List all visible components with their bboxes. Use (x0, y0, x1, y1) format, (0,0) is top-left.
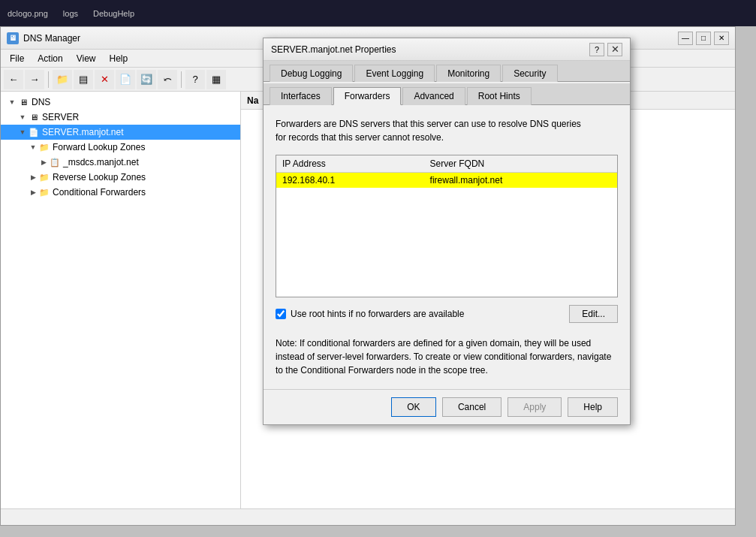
tab-security[interactable]: Security (502, 65, 557, 82)
server-expand[interactable]: ▼ (17, 112, 28, 122)
msdcs-expand[interactable]: ▶ (38, 157, 49, 167)
top-bar-logs: logs (63, 9, 78, 18)
forwarder-table-container: IP Address Server FQDN 192.168.40.1 fire… (276, 155, 618, 297)
tab-row-1: Debug Logging Event Logging Monitoring S… (264, 61, 630, 82)
menu-view[interactable]: View (71, 50, 102, 67)
tab-advanced[interactable]: Advanced (402, 87, 465, 105)
toolbar-list-btn[interactable]: ▤ (74, 70, 93, 89)
tree-item-reverse-zones[interactable]: ▶ 📁 Reverse Lookup Zones (1, 170, 240, 185)
tab-monitoring[interactable]: Monitoring (436, 65, 501, 82)
dialog-title: SERVER.manjot.net Properties (271, 44, 589, 55)
tree-item-server-manjot[interactable]: ▼ 📄 SERVER.manjot.net (1, 125, 240, 140)
toolbar-help-btn[interactable]: ? (185, 70, 205, 89)
forwarders-note: Note: If conditional forwarders are defi… (276, 333, 618, 377)
dialog-buttons: OK Cancel Apply Help (264, 389, 630, 424)
tab-debug-logging[interactable]: Debug Logging (270, 65, 353, 82)
toolbar-sep-2 (181, 71, 182, 88)
tree-item-server[interactable]: ▼ 🖥 SERVER (1, 110, 240, 125)
conditional-expand[interactable]: ▶ (28, 187, 38, 198)
forward-zones-icon: 📁 (38, 141, 50, 153)
server-manjot-icon: 📄 (28, 126, 40, 138)
conditional-icon: 📁 (38, 186, 50, 198)
tab-event-logging[interactable]: Event Logging (354, 65, 435, 82)
menu-action[interactable]: Action (32, 50, 68, 67)
dns-icon: 🖥 (17, 96, 29, 108)
checkbox-row: Use root hints if no forwarders are avai… (276, 305, 618, 323)
tree-item-dns[interactable]: ▼ 🖥 DNS (1, 95, 240, 110)
dialog-body: Forwarders are DNS servers that this ser… (264, 105, 630, 389)
dns-maximize-btn[interactable]: □ (696, 32, 711, 45)
reverse-zones-icon: 📁 (38, 171, 50, 183)
toolbar-delete-btn[interactable]: ✕ (95, 70, 114, 89)
col-header-ip: IP Address (276, 155, 424, 173)
properties-dialog: SERVER.manjot.net Properties ? ✕ Debug L… (263, 38, 631, 425)
top-bar-dclogo: dclogo.png (8, 9, 48, 18)
top-bar: dclogo.png logs DebugHelp (0, 0, 756, 26)
forwarders-description: Forwarders are DNS servers that this ser… (276, 117, 618, 144)
msdcs-icon: 📋 (49, 156, 61, 168)
forwarder-row[interactable]: 192.168.40.1 firewall.manjot.net (276, 173, 617, 189)
forwarder-ip: 192.168.40.1 (276, 173, 424, 189)
root-hints-label: Use root hints if no forwarders are avai… (291, 309, 464, 319)
tab-row-2: Interfaces Forwarders Advanced Root Hint… (264, 83, 630, 105)
tree-panel: ▼ 🖥 DNS ▼ 🖥 SERVER ▼ 📄 SERVER.manjot.net (1, 92, 241, 525)
dialog-title-controls: ? ✕ (589, 43, 622, 56)
forwarder-table: IP Address Server FQDN 192.168.40.1 fire… (276, 155, 617, 188)
reverse-zones-expand[interactable]: ▶ (28, 172, 38, 183)
menu-help[interactable]: Help (104, 50, 134, 67)
cancel-button[interactable]: Cancel (442, 397, 501, 417)
tree-item-msdcs[interactable]: ▶ 📋 _msdcs.manjot.net (1, 155, 240, 170)
dns-minimize-btn[interactable]: — (678, 32, 693, 45)
top-bar-debughelp: DebugHelp (93, 9, 134, 18)
forwarder-fqdn: firewall.manjot.net (424, 173, 617, 189)
tab-forwarders[interactable]: Forwarders (333, 87, 402, 105)
dns-window-controls: — □ ✕ (678, 32, 729, 45)
ok-button[interactable]: OK (391, 397, 436, 417)
forward-zones-expand[interactable]: ▼ (28, 142, 38, 152)
tab-interfaces[interactable]: Interfaces (270, 87, 332, 105)
apply-button[interactable]: Apply (508, 397, 562, 417)
col-header-fqdn: Server FQDN (424, 155, 617, 173)
menu-file[interactable]: File (4, 50, 30, 67)
toolbar-sep-1 (48, 71, 49, 88)
dialog-title-bar: SERVER.manjot.net Properties ? ✕ (264, 38, 630, 61)
edit-button[interactable]: Edit... (569, 305, 618, 323)
toolbar-refresh-btn[interactable]: 🔄 (137, 70, 156, 89)
dialog-close-btn[interactable]: ✕ (607, 43, 622, 56)
toolbar-forward-btn[interactable]: → (25, 70, 44, 89)
tab-root-hints[interactable]: Root Hints (467, 87, 532, 105)
dns-close-btn[interactable]: ✕ (714, 32, 729, 45)
dns-expand[interactable]: ▼ (7, 97, 17, 107)
tree-item-forward-zones[interactable]: ▼ 📁 Forward Lookup Zones (1, 140, 240, 155)
root-hints-checkbox[interactable] (276, 309, 286, 319)
toolbar-back-btn[interactable]: ← (4, 70, 23, 89)
dialog-help-icon-btn[interactable]: ? (589, 43, 604, 56)
toolbar-folder-btn[interactable]: 📁 (53, 70, 72, 89)
status-bar (1, 508, 735, 525)
toolbar-grid-btn[interactable]: ▦ (206, 70, 226, 89)
dns-app-icon: 🖥 (7, 32, 19, 44)
help-button[interactable]: Help (568, 397, 618, 417)
tree-item-conditional-forwarders[interactable]: ▶ 📁 Conditional Forwarders (1, 185, 240, 200)
toolbar-new-btn[interactable]: 📄 (116, 70, 135, 89)
server-manjot-expand[interactable]: ▼ (17, 127, 28, 137)
toolbar-export-btn[interactable]: ⤺ (158, 70, 177, 89)
server-icon: 🖥 (28, 111, 40, 123)
